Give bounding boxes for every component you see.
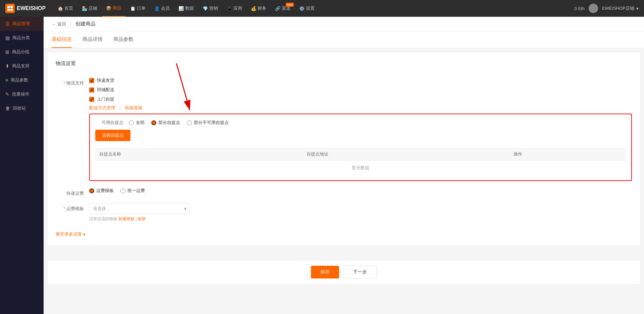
city-delivery-checkbox[interactable]	[89, 87, 94, 92]
nav-items: 🏠 首页 🏪 店铺 📦 商品 📋 订单 👤 会员 📊 数据 💎 营销 📱	[54, 0, 574, 17]
new-badge: new	[286, 3, 294, 7]
top-navigation: EWEISHOP 🏠 首页 🏪 店铺 📦 商品 📋 订单 👤 会员 📊 数据 💎	[0, 0, 644, 17]
template-row: 运费模板 请选择 ▾ 没有合适的模板 新建模板 | 刷新	[56, 203, 632, 222]
freight-label: 快递运费	[56, 188, 89, 196]
freight-row: 快递运费 运费模板 统一运费	[56, 188, 632, 196]
orders-icon: 📋	[130, 6, 136, 11]
channels-icon: 🔗	[275, 6, 280, 11]
svg-rect-0	[7, 6, 10, 8]
sidebar-item-product-params[interactable]: ≡ 商品参数	[0, 73, 44, 87]
radio-partial-input[interactable]	[151, 120, 156, 125]
back-button[interactable]: ← 返回	[52, 21, 66, 27]
col-name: 自提点名称	[95, 148, 303, 161]
products-icon: 📦	[106, 6, 111, 11]
settings-icon: ⚙️	[299, 6, 305, 11]
sidebar-item-recycle[interactable]: 🗑 回收站	[0, 101, 44, 115]
nav-right: 0 Eth EWEISHOP店铺 ▾	[575, 4, 639, 13]
logistics-support-content: 快递发货 同城配送 上门自提 配送方式管理 |	[89, 77, 632, 181]
apps-icon: 📱	[227, 6, 232, 11]
checkbox-city-delivery[interactable]: 同城配送	[89, 87, 632, 93]
empty-data-text: 暂无数据	[95, 161, 626, 175]
logistics-checkboxes: 快递发货 同城配送 上门自提	[89, 77, 632, 102]
checkbox-self-pickup[interactable]: 上门自提	[89, 96, 632, 102]
sidebar-item-product-category[interactable]: ▤ 商品分类	[0, 31, 44, 45]
logo[interactable]: EWEISHOP	[5, 4, 46, 13]
sidebar-item-bulk-operation[interactable]: ✎ 批量操作	[0, 87, 44, 101]
advanced-options-link[interactable]: 高级选项	[125, 105, 142, 111]
svg-rect-2	[7, 9, 10, 11]
logistics-support-label: 物流支持	[56, 77, 89, 86]
tabs: 基础信息 商品详情 商品参数	[44, 32, 644, 48]
sidebar-item-product-group[interactable]: ⊞ 商品分组	[0, 45, 44, 59]
tab-product-detail[interactable]: 商品详情	[83, 32, 103, 48]
template-label: 运费模板	[56, 203, 89, 212]
store-icon: 🏪	[82, 6, 87, 11]
pickup-table: 自提点名称 自提点地址 操作 暂无数据	[95, 148, 626, 175]
save-button[interactable]: 保存	[311, 266, 339, 278]
svg-rect-1	[10, 6, 13, 8]
back-arrow-icon: ←	[52, 21, 56, 26]
content-area: ← 返回 / 创建商品 基础信息 商品详情 商品参数 物流设置	[44, 17, 644, 314]
nav-apps[interactable]: 📱 应用	[223, 0, 246, 17]
logo-icon	[5, 4, 15, 13]
radio-all-pickup[interactable]: 全部	[129, 120, 145, 126]
nav-products[interactable]: 📦 商品	[102, 0, 125, 17]
store-selector[interactable]: EWEISHOP店铺 ▾	[602, 5, 639, 11]
tab-basic-info[interactable]: 基础信息	[52, 32, 72, 48]
radio-partial-unavail-input[interactable]	[187, 120, 192, 125]
page-title: 创建商品	[75, 21, 96, 27]
radio-all-input[interactable]	[129, 120, 134, 125]
form-area: 物流设置 物流支持 快递发货 同城配送	[48, 52, 640, 245]
nav-members[interactable]: 👤 会员	[150, 0, 174, 17]
nav-orders[interactable]: 📋 订单	[126, 0, 150, 17]
sidebar-item-product-support[interactable]: ⬆ 商品支持	[0, 59, 44, 73]
trash-icon: 🗑	[5, 106, 10, 111]
radio-partial-unavail[interactable]: 部分不可用自提点	[187, 120, 229, 126]
select-pickup-button[interactable]: 选择自提点	[95, 130, 130, 141]
svg-rect-3	[10, 9, 13, 11]
nav-channels[interactable]: 🔗 渠道 new	[271, 0, 294, 17]
radio-partial-pickup[interactable]: 部分自提点	[151, 120, 180, 126]
self-pickup-checkbox[interactable]	[89, 97, 94, 102]
main-layout: ☰ 商品管理 ▤ 商品分类 ⊞ 商品分组 ⬆ 商品支持 ≡ 商品参数 ✎ 批量操…	[0, 17, 644, 314]
nav-settings[interactable]: ⚙️ 设置	[295, 0, 319, 17]
logistics-links: 配送方式管理 | 高级选项	[89, 105, 632, 111]
new-template-link[interactable]: 新建模板	[118, 216, 135, 221]
expand-more-button[interactable]: 展开更多设置 ▾	[56, 231, 86, 237]
sidebar: ☰ 商品管理 ▤ 商品分类 ⊞ 商品分组 ⬆ 商品支持 ≡ 商品参数 ✎ 批量操…	[0, 17, 44, 314]
section-title: 物流设置	[56, 60, 632, 71]
radio-unified[interactable]: 统一运费	[120, 188, 145, 194]
group-icon: ⊞	[5, 49, 9, 55]
next-button[interactable]: 下一步	[343, 266, 377, 278]
radio-template[interactable]: 运费模板	[89, 188, 114, 194]
radio-unified-input[interactable]	[120, 188, 125, 193]
avatar[interactable]	[589, 4, 598, 13]
tabs-container: 基础信息 商品详情 商品参数	[44, 32, 644, 48]
col-address: 自提点地址	[303, 148, 510, 161]
freight-radio-group: 运费模板 统一运费	[89, 188, 632, 194]
finance-icon: 💰	[251, 6, 256, 11]
sidebar-item-product-management[interactable]: ☰ 商品管理	[0, 17, 44, 31]
template-select-wrap: 请选择 ▾	[89, 203, 190, 214]
nav-finance[interactable]: 💰 财务	[247, 0, 270, 17]
refresh-link[interactable]: 刷新	[138, 216, 146, 221]
nav-store[interactable]: 🏪 店铺	[78, 0, 101, 17]
checkbox-express[interactable]: 快递发货	[89, 77, 632, 83]
template-hint: 没有合适的模板 新建模板 | 刷新	[89, 216, 632, 222]
nav-data[interactable]: 📊 数据	[174, 0, 198, 17]
list-icon: ☰	[5, 21, 10, 26]
template-select[interactable]: 请选择	[89, 203, 190, 214]
template-content: 请选择 ▾ 没有合适的模板 新建模板 | 刷新	[89, 203, 632, 222]
nav-marketing[interactable]: 💎 营销	[199, 0, 222, 17]
nav-home[interactable]: 🏠 首页	[54, 0, 77, 17]
pickup-options-label: 可用自提点	[95, 120, 129, 126]
members-icon: 👤	[154, 6, 160, 11]
eth-balance: 0 Eth	[575, 6, 585, 11]
radio-template-input[interactable]	[89, 188, 94, 193]
delivery-mgmt-link[interactable]: 配送方式管理	[89, 105, 115, 111]
express-checkbox[interactable]	[89, 78, 94, 83]
empty-data-row: 暂无数据	[95, 161, 626, 175]
tab-product-params[interactable]: 商品参数	[113, 32, 133, 48]
chevron-down-icon: ▾	[636, 6, 639, 11]
pickup-table-head: 自提点名称 自提点地址 操作	[95, 148, 626, 161]
